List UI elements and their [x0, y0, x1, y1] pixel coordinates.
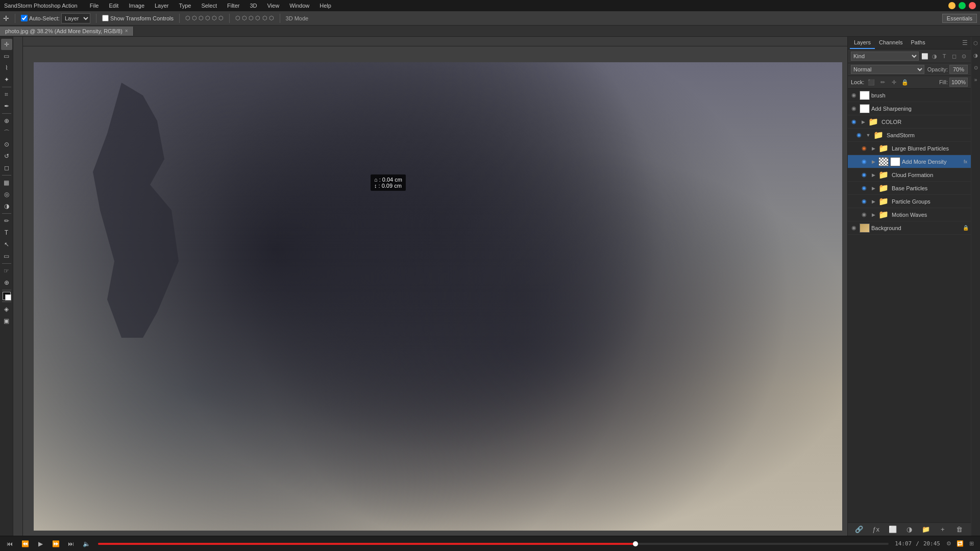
screen-mode-tool[interactable]: ▣: [1, 315, 12, 327]
transform-option[interactable]: Show Transform Controls: [102, 15, 174, 21]
blend-mode-dropdown[interactable]: Normal Multiply Screen Overlay: [851, 65, 924, 74]
expand-motion-waves[interactable]: ▶: [870, 211, 877, 218]
skip-back-button[interactable]: ⏮: [4, 538, 15, 549]
tab-layers[interactable]: Layers: [850, 37, 875, 49]
eye-motion-waves[interactable]: ◉: [860, 211, 868, 219]
lock-all-icon[interactable]: 🔒: [901, 78, 909, 86]
menu-layer[interactable]: Layer: [153, 2, 171, 10]
eye-base[interactable]: ◉: [860, 184, 868, 192]
pixel-filter-icon[interactable]: ⬜: [921, 52, 929, 60]
type-filter-icon[interactable]: T: [940, 52, 948, 60]
hand-tool[interactable]: ☞: [1, 265, 12, 277]
timeline-thumb[interactable]: [633, 541, 638, 546]
step-forward-button[interactable]: ⏩: [50, 538, 61, 549]
timeline-progress[interactable]: [98, 543, 889, 545]
marquee-tool[interactable]: ▭: [1, 51, 12, 62]
quick-mask-tool[interactable]: ◈: [1, 304, 12, 315]
wand-tool[interactable]: ✦: [1, 74, 12, 85]
auto-select-option[interactable]: Auto-Select: Layer Group: [21, 13, 90, 23]
menu-view[interactable]: View: [265, 2, 281, 10]
step-back-button[interactable]: ⏪: [19, 538, 31, 549]
text-tool[interactable]: T: [1, 227, 12, 238]
tab-close-button[interactable]: ×: [125, 28, 128, 34]
menu-select[interactable]: Select: [199, 2, 219, 10]
shape-filter-icon[interactable]: ◻: [950, 52, 958, 60]
maximize-button[interactable]: [959, 2, 966, 9]
menu-edit[interactable]: Edit: [107, 2, 120, 10]
minimize-button[interactable]: [948, 2, 955, 9]
eye-large-blurred[interactable]: ◉: [860, 144, 868, 153]
layer-base-particles[interactable]: ◉ ▶ 📁 Base Particles: [848, 182, 971, 195]
kind-dropdown[interactable]: Kind Name Effect: [851, 52, 919, 61]
layer-mask-icon[interactable]: ⬜: [888, 524, 898, 535]
transform-checkbox[interactable]: [102, 15, 109, 21]
layer-link-icon[interactable]: 🔗: [854, 524, 864, 535]
menu-3d[interactable]: 3D: [248, 2, 259, 10]
layer-sandstorm-group[interactable]: ◉ ▼ 📁 SandStorm: [848, 129, 971, 142]
collapse-icon[interactable]: »: [972, 76, 980, 84]
smart-filter-icon[interactable]: ⊙: [960, 52, 968, 60]
eye-color[interactable]: ◉: [850, 118, 858, 126]
layer-adjustment-icon[interactable]: ◑: [904, 524, 914, 535]
expand-color[interactable]: ▶: [860, 118, 867, 126]
layer-new-icon[interactable]: +: [938, 524, 948, 535]
eye-density[interactable]: ◉: [860, 158, 868, 166]
audio-button[interactable]: 🔈: [81, 538, 92, 549]
layer-background[interactable]: ◉ Background 🔒: [848, 221, 971, 235]
properties-icon[interactable]: ⬡: [972, 39, 980, 47]
layer-group-icon[interactable]: 📁: [921, 524, 931, 535]
menu-filter[interactable]: Filter: [225, 2, 241, 10]
zoom-tool[interactable]: ⊕: [1, 277, 12, 288]
timeline-settings-icon[interactable]: ⚙: [944, 539, 953, 548]
layer-fx-icon[interactable]: ƒx: [871, 524, 881, 535]
skip-forward-button[interactable]: ⏭: [65, 538, 77, 549]
expand-base[interactable]: ▶: [870, 185, 877, 192]
eye-particle-groups[interactable]: ◉: [860, 197, 868, 206]
spot-heal-tool[interactable]: ⊕: [1, 115, 12, 127]
menu-window[interactable]: Window: [287, 2, 311, 10]
menu-file[interactable]: File: [88, 2, 101, 10]
layer-cloud-formation[interactable]: ◉ ▶ 📁 Cloud Formation: [848, 168, 971, 182]
lasso-tool[interactable]: ⌇: [1, 62, 12, 73]
fill-input[interactable]: [949, 78, 968, 87]
canvas-area[interactable]: ⌂ : 0.04 cm ↕ : 0.09 cm: [13, 37, 847, 536]
menu-help[interactable]: Help: [317, 2, 333, 10]
play-button[interactable]: ▶: [35, 538, 46, 549]
dodge-tool[interactable]: ◑: [1, 201, 12, 212]
document-tab[interactable]: photo.jpg @ 38.2% (Add More Density, RGB…: [0, 27, 134, 36]
panel-menu-icon[interactable]: ☰: [961, 38, 969, 47]
path-select-tool[interactable]: ↖: [1, 239, 12, 250]
layer-large-blurred[interactable]: ◉ ▶ 📁 Large Blurred Particles: [848, 142, 971, 155]
expand-cloud[interactable]: ▶: [870, 171, 877, 179]
background-color[interactable]: [5, 294, 11, 300]
layer-add-sharpening[interactable]: ◉ Add Sharpening: [848, 102, 971, 115]
eye-brush[interactable]: ◉: [850, 91, 858, 99]
eraser-tool[interactable]: ◻: [1, 162, 12, 173]
adjustments-icon[interactable]: ◑: [972, 51, 980, 59]
eye-sharpening[interactable]: ◉: [850, 105, 858, 113]
layer-brush[interactable]: ◉ brush: [848, 89, 971, 102]
tab-paths[interactable]: Paths: [907, 37, 929, 49]
layer-particle-groups[interactable]: ◉ ▶ 📁 Particle Groups: [848, 195, 971, 208]
eyedropper-tool[interactable]: ✒: [1, 101, 12, 112]
shape-tool[interactable]: ▭: [1, 251, 12, 262]
gradient-tool[interactable]: ▦: [1, 177, 12, 188]
crop-tool[interactable]: ⌗: [1, 89, 12, 100]
lock-transparent-icon[interactable]: ⬛: [867, 78, 875, 86]
auto-select-checkbox[interactable]: [21, 15, 28, 21]
expand-particle-groups[interactable]: ▶: [870, 198, 877, 205]
clone-tool[interactable]: ⊙: [1, 139, 12, 150]
adjustment-filter-icon[interactable]: ◑: [930, 52, 939, 60]
layer-color-group[interactable]: ◉ ▶ 📁 COLOR: [848, 115, 971, 129]
history-tool[interactable]: ↺: [1, 151, 12, 162]
styles-icon[interactable]: ⊙: [972, 63, 980, 71]
pen-tool[interactable]: ✏: [1, 215, 12, 227]
essentials-button[interactable]: Essentials: [942, 14, 977, 23]
blur-tool[interactable]: ◎: [1, 189, 12, 200]
auto-select-dropdown[interactable]: Layer Group: [61, 13, 90, 23]
menu-image[interactable]: Image: [127, 2, 146, 10]
eye-sandstorm[interactable]: ◉: [855, 131, 863, 139]
opacity-input[interactable]: [949, 65, 968, 74]
layer-add-density[interactable]: ◉ ▶ Add More Density fx: [848, 155, 971, 168]
close-button[interactable]: [969, 2, 976, 9]
